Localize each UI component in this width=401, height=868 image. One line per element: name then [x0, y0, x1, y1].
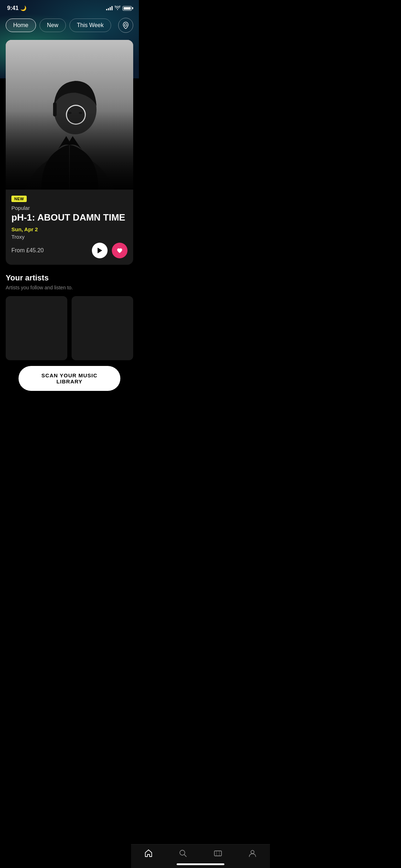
location-icon — [122, 22, 129, 29]
wifi-icon — [115, 5, 120, 11]
signal-icon — [106, 6, 113, 10]
event-title: pH-1: ABOUT DAMN TIME — [11, 212, 127, 223]
new-badge: NEW — [11, 196, 27, 202]
event-date: Sun, Apr 2 — [11, 226, 127, 232]
battery-icon — [123, 6, 132, 11]
nav-tabs: Home New This Week — [0, 14, 139, 36]
tab-new[interactable]: New — [40, 19, 66, 32]
status-icons — [106, 5, 132, 11]
event-price: From £45.20 — [11, 247, 44, 254]
moon-icon: 🌙 — [20, 5, 26, 11]
event-info: NEW Popular pH-1: ABOUT DAMN TIME Sun, A… — [6, 190, 133, 265]
tab-this-week[interactable]: This Week — [69, 19, 111, 32]
play-icon — [97, 247, 103, 254]
main-content: NEW Popular pH-1: ABOUT DAMN TIME Sun, A… — [0, 36, 139, 265]
your-artists-section: Your artists Artists you follow and list… — [0, 265, 139, 366]
svg-point-0 — [125, 24, 127, 26]
play-button[interactable] — [92, 243, 108, 258]
event-venue: Troxy — [11, 234, 127, 240]
section-title: Your artists — [6, 273, 133, 283]
scan-music-button[interactable]: SCAN YOUR MUSIC LIBRARY — [19, 366, 120, 391]
status-time: 9:41 — [7, 5, 19, 11]
artist-card-2[interactable] — [72, 296, 133, 360]
tab-home[interactable]: Home — [6, 19, 36, 32]
gradient-overlay — [6, 111, 133, 190]
event-price-row: From £45.20 — [11, 243, 127, 258]
event-card[interactable]: NEW Popular pH-1: ABOUT DAMN TIME Sun, A… — [6, 40, 133, 265]
like-button[interactable] — [112, 243, 127, 258]
status-bar: 9:41 🌙 — [0, 0, 139, 14]
location-button[interactable] — [118, 18, 133, 33]
artist-grid — [6, 296, 133, 360]
scan-section: SCAN YOUR MUSIC LIBRARY — [0, 366, 139, 398]
event-category: Popular — [11, 205, 127, 211]
event-image — [6, 40, 133, 190]
heart-icon — [116, 248, 123, 253]
artist-card-1[interactable] — [6, 296, 67, 360]
event-actions — [92, 243, 127, 258]
section-subtitle: Artists you follow and listen to. — [6, 285, 133, 290]
